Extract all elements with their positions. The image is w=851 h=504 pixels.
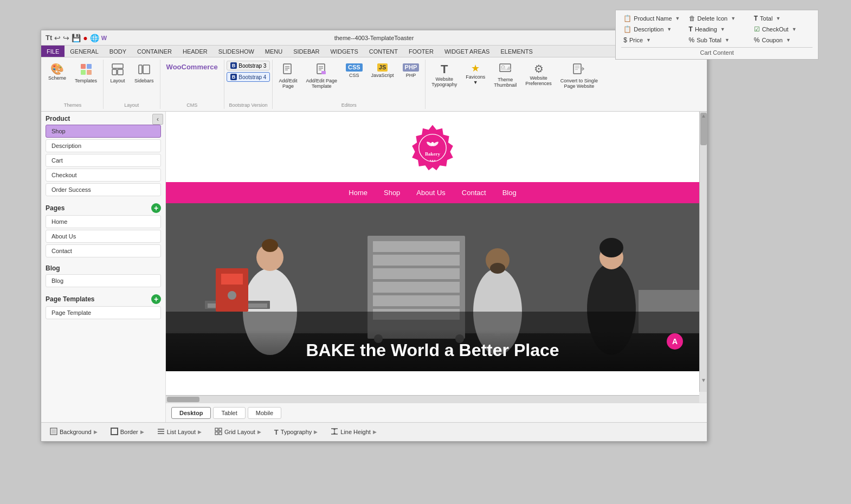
preview-scrollbar-v[interactable]: ▲ ▼ — [699, 112, 707, 392]
page-templates-label: Page Templates — [46, 295, 94, 303]
viewport-tablet-btn[interactable]: Tablet — [213, 407, 245, 419]
total-icon: T — [754, 15, 758, 22]
bakery-hero-overlay: BAKE the World a Better Place — [166, 329, 699, 371]
globe-icon[interactable]: 🌐 — [90, 34, 99, 42]
svg-point-47 — [490, 263, 505, 274]
menu-container[interactable]: CONTAINER — [132, 46, 177, 57]
website-typography-btn[interactable]: T WebsiteTypography — [428, 61, 461, 91]
website-preferences-btn[interactable]: ⚙ WebsitePreferences — [521, 61, 556, 89]
scheme-btn[interactable]: 🎨 Scheme — [44, 61, 70, 84]
delete-icon-icon: 🗑 — [689, 15, 695, 22]
grid-layout-btn[interactable]: Grid Layout ▶ — [211, 426, 265, 438]
description-icon: 📋 — [623, 25, 631, 33]
sidebar-item-order-success[interactable]: Order Success — [46, 183, 161, 196]
bootstrap4-btn[interactable]: B Bootstrap 4 — [227, 72, 270, 82]
javascript-btn[interactable]: JS JavaScript — [368, 61, 398, 81]
sidebar-item-about-us[interactable]: About Us — [46, 230, 161, 243]
nav-home[interactable]: Home — [349, 189, 368, 197]
title-bar-icons: Tt ↩ ↪ 💾 ● 🌐 W — [46, 34, 107, 42]
typography-label: Typography — [281, 429, 312, 435]
menu-footer[interactable]: FOOTER — [403, 46, 439, 57]
total-btn[interactable]: T Total ▼ — [752, 14, 813, 23]
bootstrap-items: B Bootstrap 3 B Bootstrap 4 — [227, 61, 270, 82]
tools-items: T WebsiteTypography ★ Favicons▼ — [428, 61, 602, 92]
menu-content[interactable]: CONTENT — [364, 46, 403, 57]
redo-icon[interactable]: ↪ — [63, 34, 69, 42]
product-name-btn[interactable]: 📋 Product Name ▼ — [621, 14, 682, 23]
theme-thumbnail-btn[interactable]: ThemeThumbnail — [490, 61, 520, 91]
svg-rect-57 — [221, 274, 243, 285]
price-label: Price — [629, 37, 643, 43]
border-btn[interactable]: Border ▶ — [107, 426, 147, 438]
scrollbar-h-thumb[interactable] — [167, 397, 199, 402]
menu-slideshow[interactable]: SLIDESHOW — [213, 46, 260, 57]
layout-btn[interactable]: Layout — [106, 61, 130, 87]
sidebar-item-description[interactable]: Description — [46, 139, 161, 152]
scroll-down-arrow[interactable]: ▼ — [701, 377, 706, 383]
sidebar-item-contact[interactable]: Contact — [46, 244, 161, 257]
woocommerce-btn[interactable]: WooCommerce — [163, 61, 222, 75]
checkout-btn[interactable]: ☑ CheckOut ▼ — [752, 24, 813, 34]
scroll-up-arrow[interactable]: ▲ — [701, 113, 706, 119]
sidebar-item-checkout[interactable]: Checkout — [46, 169, 161, 182]
anon-badge[interactable]: A — [667, 333, 683, 350]
blog-section-title: Blog — [46, 264, 161, 272]
menu-widget-areas[interactable]: WIDGET AREAS — [439, 46, 495, 57]
bootstrap-group-label: Bootstrap Version — [229, 101, 268, 108]
page-templates-add-btn[interactable]: + — [151, 294, 161, 304]
nav-about[interactable]: About Us — [416, 189, 445, 197]
php-btn[interactable]: PHP PHP — [399, 61, 423, 81]
nav-blog[interactable]: Blog — [502, 189, 517, 197]
typography-btn[interactable]: T Typography ▶ — [271, 427, 321, 438]
viewport-desktop-btn[interactable]: Desktop — [171, 407, 211, 419]
heading-btn[interactable]: T Heading ▼ — [687, 24, 747, 34]
sidebar-item-shop[interactable]: Shop — [46, 125, 161, 138]
sub-total-arrow: ▼ — [725, 37, 730, 43]
addedit-page-btn[interactable]: Add/EditPage — [275, 61, 301, 92]
price-btn[interactable]: $ Price ▼ — [621, 35, 682, 45]
svg-rect-38 — [373, 295, 460, 306]
menu-sidebar[interactable]: SIDEBAR — [288, 46, 325, 57]
bootstrap3-btn[interactable]: B Bootstrap 3 — [227, 61, 270, 70]
css-icon: CSS — [346, 63, 363, 72]
menu-general[interactable]: GENERAL — [65, 46, 104, 57]
background-btn[interactable]: Background ▶ — [47, 426, 101, 438]
delete-icon-btn[interactable]: 🗑 Delete Icon ▼ — [687, 14, 747, 23]
svg-rect-9 — [283, 64, 291, 74]
favicons-btn[interactable]: ★ Favicons▼ — [462, 61, 489, 88]
menu-header[interactable]: HEADER — [177, 46, 213, 57]
description-btn[interactable]: 📋 Description ▼ — [621, 24, 682, 34]
sidebar-section-page-templates: Page Templates + Page Template — [41, 291, 165, 321]
menu-file[interactable]: FILE — [41, 46, 65, 57]
toolbar: 🎨 Scheme Templates Themes — [41, 57, 707, 112]
addedit-template-btn[interactable]: Add/Edit PageTemplate — [302, 61, 341, 92]
sidebar-item-home[interactable]: Home — [46, 215, 161, 228]
sidebar-item-cart[interactable]: Cart — [46, 154, 161, 167]
css-btn[interactable]: CSS CSS — [342, 61, 366, 81]
viewport-bar: Desktop Tablet Mobile — [166, 403, 707, 422]
preview-content: Bakery ✦✦✦ Home Shop About Us Contact Bl… — [166, 112, 699, 395]
menu-widgets[interactable]: WIDGETS — [325, 46, 364, 57]
undo-icon[interactable]: ↩ — [54, 34, 61, 42]
nav-contact[interactable]: Contact — [462, 189, 486, 197]
nav-shop[interactable]: Shop — [384, 189, 400, 197]
menu-body[interactable]: BODY — [104, 46, 132, 57]
background-icon — [50, 428, 57, 437]
sidebars-btn[interactable]: Sidebars — [131, 61, 158, 87]
convert-singlepage-btn[interactable]: Convert to SinglePage Website — [557, 61, 602, 92]
sub-total-btn[interactable]: % Sub Total ▼ — [687, 35, 747, 45]
preview-scrollbar-h[interactable] — [166, 395, 699, 403]
sidebar-item-blog[interactable]: Blog — [46, 274, 161, 287]
window-title: theme--4003-TemplateToaster — [334, 35, 414, 41]
menu-menu[interactable]: MENU — [260, 46, 288, 57]
line-height-btn[interactable]: Line Height ▶ — [327, 426, 380, 438]
viewport-mobile-btn[interactable]: Mobile — [248, 407, 281, 419]
coupon-btn[interactable]: % Coupon ▼ — [752, 35, 813, 45]
list-layout-btn[interactable]: List Layout ▶ — [154, 426, 205, 438]
sidebar-collapse-btn[interactable]: ‹ — [152, 114, 163, 125]
save-icon[interactable]: 💾 — [72, 34, 81, 42]
menu-elements[interactable]: ELEMENTS — [495, 46, 538, 57]
pages-add-btn[interactable]: + — [151, 203, 161, 213]
sidebar-item-page-template[interactable]: Page Template — [46, 306, 161, 319]
templates-btn[interactable]: Templates — [71, 61, 101, 87]
